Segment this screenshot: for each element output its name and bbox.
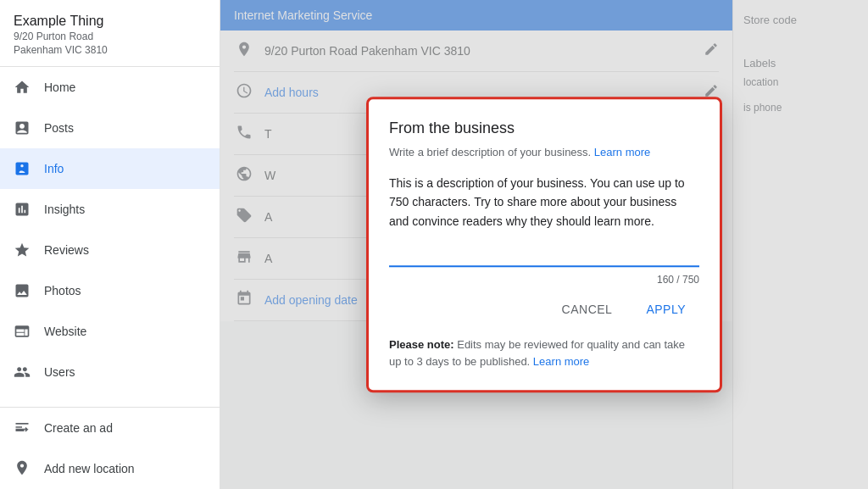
sidebar-item-home[interactable]: Home bbox=[0, 67, 220, 108]
dialog-actions: CANCEL APPLY bbox=[389, 296, 699, 323]
char-count: 160 / 750 bbox=[389, 274, 699, 286]
sidebar-item-home-label: Home bbox=[44, 81, 75, 94]
info-icon bbox=[14, 160, 31, 177]
sidebar: Example Thing 9/20 Purton Road Pakenham … bbox=[0, 0, 220, 489]
dialog-title: From the business bbox=[389, 119, 699, 137]
create-ad-item[interactable]: Create an ad bbox=[0, 408, 220, 448]
dialog-note-bold: Please note: bbox=[389, 338, 454, 351]
sidebar-item-insights-label: Insights bbox=[44, 203, 85, 216]
sidebar-item-website[interactable]: Website bbox=[0, 311, 220, 352]
sidebar-item-photos-label: Photos bbox=[44, 284, 81, 297]
dialog-subtitle: Write a brief description of your busine… bbox=[389, 144, 699, 161]
address-line1: 9/20 Purton Road bbox=[14, 31, 206, 42]
main-content: Internet Marketing Service 9/20 Purton R… bbox=[220, 0, 868, 489]
home-icon bbox=[14, 79, 31, 96]
dialog-subtitle-text: Write a brief description of your busine… bbox=[389, 146, 591, 158]
sidebar-item-users-label: Users bbox=[44, 365, 75, 379]
sidebar-bottom: Create an ad Add new location bbox=[0, 407, 220, 489]
sidebar-item-info-label: Info bbox=[44, 162, 64, 175]
dialog-learn-more-link[interactable]: Learn more bbox=[594, 146, 650, 158]
apply-button[interactable]: APPLY bbox=[632, 296, 699, 323]
sidebar-item-users[interactable]: Users bbox=[0, 352, 220, 392]
sidebar-item-website-label: Website bbox=[44, 325, 86, 338]
insights-icon bbox=[14, 201, 31, 218]
business-name: Example Thing bbox=[14, 14, 206, 29]
add-location-label: Add new location bbox=[44, 462, 135, 475]
sidebar-nav: Home Posts Info Insights bbox=[0, 67, 220, 407]
textarea-container bbox=[389, 174, 699, 270]
create-ad-icon bbox=[14, 419, 31, 438]
dialog-note: Please note: Edits may be reviewed for q… bbox=[389, 336, 699, 370]
add-location-item[interactable]: Add new location bbox=[0, 448, 220, 489]
sidebar-item-posts[interactable]: Posts bbox=[0, 108, 220, 148]
sidebar-item-reviews-label: Reviews bbox=[44, 243, 89, 257]
photos-icon bbox=[14, 282, 31, 299]
sidebar-item-posts-label: Posts bbox=[44, 121, 74, 135]
users-icon bbox=[14, 364, 31, 381]
sidebar-item-photos[interactable]: Photos bbox=[0, 270, 220, 311]
sidebar-item-reviews[interactable]: Reviews bbox=[0, 230, 220, 270]
cancel-button[interactable]: CANCEL bbox=[548, 296, 626, 323]
business-description-dialog: From the business Write a brief descript… bbox=[366, 97, 722, 393]
dialog-note-link[interactable]: Learn more bbox=[533, 355, 589, 368]
add-location-icon bbox=[14, 459, 31, 479]
create-ad-label: Create an ad bbox=[44, 421, 113, 435]
sidebar-item-info[interactable]: Info bbox=[0, 148, 220, 189]
reviews-icon bbox=[14, 242, 31, 258]
address-line2: Pakenham VIC 3810 bbox=[14, 44, 206, 56]
sidebar-header: Example Thing 9/20 Purton Road Pakenham … bbox=[0, 0, 220, 67]
description-textarea[interactable] bbox=[389, 174, 699, 267]
website-icon bbox=[14, 323, 31, 340]
sidebar-item-insights[interactable]: Insights bbox=[0, 189, 220, 230]
posts-icon bbox=[14, 119, 31, 136]
